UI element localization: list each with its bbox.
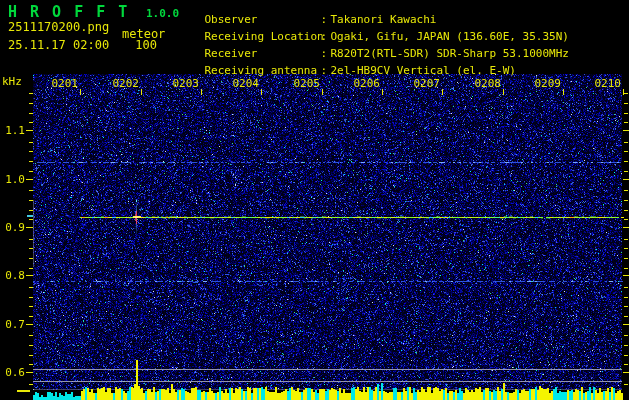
timestamp-label: 25.11.17 02:00 bbox=[8, 39, 109, 51]
time-tick-label: 0204 bbox=[215, 78, 259, 89]
time-tick-label: 0202 bbox=[95, 78, 139, 89]
info-value: 2el-HB9CV Vertical (el. E-W) bbox=[331, 64, 516, 77]
time-tick-label: 0207 bbox=[396, 78, 440, 89]
info-label: Receiving antenna bbox=[205, 65, 321, 76]
freq-tick-label: 0.9 bbox=[0, 222, 25, 233]
freq-tick-label: 0.7 bbox=[0, 319, 25, 330]
time-tick-label: 0209 bbox=[517, 78, 561, 89]
freq-tick-label: 0.6 bbox=[0, 367, 25, 378]
freq-unit-label: kHz bbox=[2, 76, 22, 87]
freq-tick-label: 0.8 bbox=[0, 270, 25, 281]
time-tick-label: 0208 bbox=[457, 78, 501, 89]
freq-tick-label: 1.0 bbox=[0, 174, 25, 185]
time-tick-label: 0201 bbox=[34, 78, 78, 89]
filename-label: 2511170200.png bbox=[8, 21, 109, 33]
time-tick-label: 0203 bbox=[155, 78, 199, 89]
app-title: H R O F F T bbox=[8, 5, 129, 20]
time-tick-label: 0205 bbox=[276, 78, 320, 89]
hrofft-screenshot: H R O F F T 1.0.0 2511170200.png meteor … bbox=[0, 0, 629, 400]
app-version: 1.0.0 bbox=[146, 8, 179, 19]
info-colon: : bbox=[321, 65, 331, 76]
freq-tick-label: 1.1 bbox=[0, 125, 25, 136]
time-tick-label: 0206 bbox=[336, 78, 380, 89]
time-tick-label: 0210 bbox=[577, 78, 621, 89]
count-label: 100 bbox=[133, 39, 157, 51]
